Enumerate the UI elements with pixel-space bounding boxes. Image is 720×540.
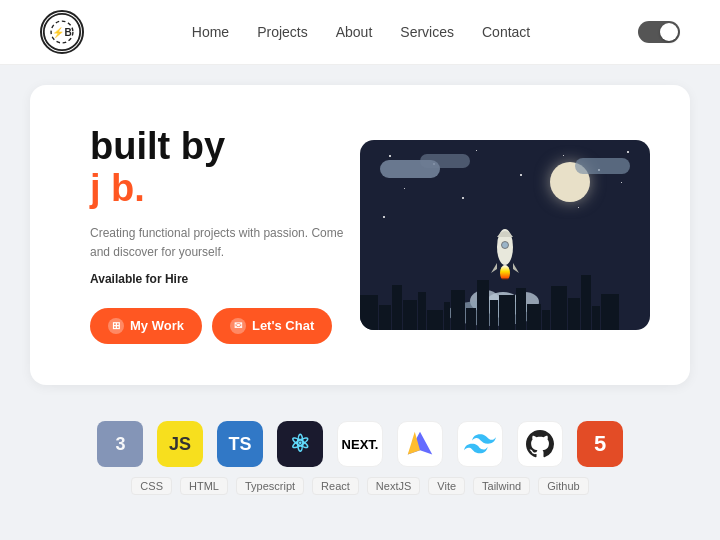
svg-text:⚡B: ⚡B [52,26,71,39]
react-icon: ⚛ [277,421,323,467]
html5-icon: 5 [577,421,623,467]
nav-links: Home Projects About Services Contact [192,23,530,41]
nextjs-icon: NEXT. [337,421,383,467]
tech-icons-row: 3 JS TS ⚛ NEXT. [97,421,623,467]
city-skyline [360,275,650,330]
cloud-top-center [420,154,470,168]
hero-text: built by j b. Creating functional projec… [90,126,350,344]
svg-point-5 [500,265,510,280]
label-css: CSS [131,477,172,495]
available-badge: Available for Hire [90,272,350,286]
hero-title-line2: j b. [90,168,350,210]
nav-home[interactable]: Home [192,24,229,40]
github-icon [517,421,563,467]
label-typescript: Typescript [236,477,304,495]
js-icon: JS [157,421,203,467]
btn-chat-label: Let's Chat [252,318,314,333]
label-html: HTML [180,477,228,495]
tech-labels-row: CSS HTML Typescript React NextJS Vite Ta… [131,477,588,495]
hero-buttons: ⊞ My Work ✉ Let's Chat [90,308,350,344]
hero-description: Creating functional projects with passio… [90,224,350,262]
tailwind-icon [457,421,503,467]
svg-point-4 [502,242,509,249]
nav-contact[interactable]: Contact [482,24,530,40]
css-icon: 3 [97,421,143,467]
ts-icon: TS [217,421,263,467]
nav-projects[interactable]: Projects [257,24,308,40]
label-tailwind: Tailwind [473,477,530,495]
hero-title-line1: built by [90,126,350,168]
toggle-knob [660,23,678,41]
nav-services[interactable]: Services [400,24,454,40]
nav-about[interactable]: About [336,24,373,40]
my-work-button[interactable]: ⊞ My Work [90,308,202,344]
logo[interactable]: ⚡B [40,10,84,54]
lets-chat-button[interactable]: ✉ Let's Chat [212,308,332,344]
rocket-svg [490,225,520,280]
label-react: React [312,477,359,495]
btn-work-label: My Work [130,318,184,333]
label-vite: Vite [428,477,465,495]
dark-mode-toggle[interactable] [638,21,680,43]
label-github: Github [538,477,588,495]
work-icon: ⊞ [108,318,124,334]
cloud-top-right [575,158,630,174]
vite-icon [397,421,443,467]
tech-section: 3 JS TS ⚛ NEXT. [0,405,720,495]
label-nextjs: NextJS [367,477,420,495]
hero-illustration [360,140,650,330]
hero-section: built by j b. Creating functional projec… [30,85,690,385]
navbar: ⚡B Home Projects About Services Contact [0,0,720,65]
chat-icon: ✉ [230,318,246,334]
rocket [490,225,520,280]
